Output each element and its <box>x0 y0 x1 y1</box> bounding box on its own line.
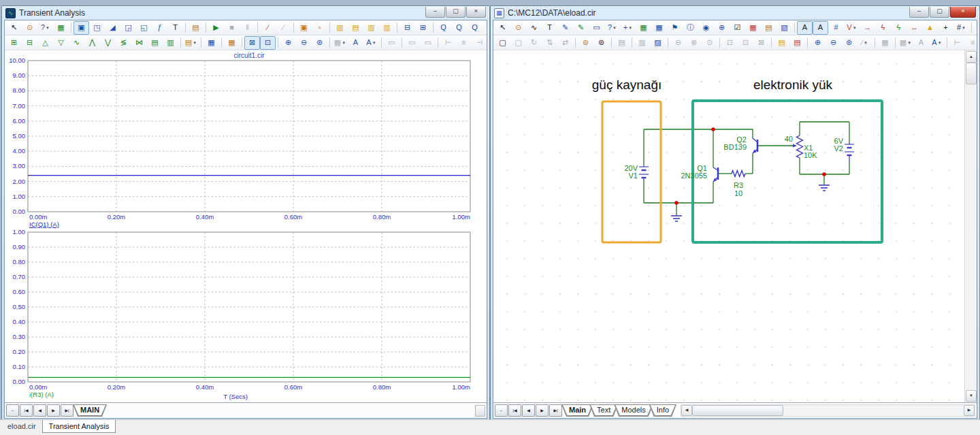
peak-tags-button[interactable]: ⋀ <box>84 36 100 50</box>
transient-plots[interactable]: 0.00m0.20m0.40m0.60m0.80m1.00m10.009.008… <box>5 50 487 402</box>
spreadsheet-button[interactable]: ▦ <box>651 21 667 35</box>
select-region-button[interactable]: ▢ <box>495 36 510 50</box>
cursor-mode-button[interactable]: ◲ <box>120 21 136 35</box>
schematic-canvas[interactable]: 20VV1Q12N3055Q2BD139R31040X110K6VV2güç k… <box>493 50 965 402</box>
maximize-button[interactable]: ▢ <box>930 7 949 18</box>
page-copy-button[interactable]: ▭ <box>384 36 399 50</box>
plot-layout-3-button[interactable]: ▥ <box>363 21 379 35</box>
clipboard-dropdown-icon[interactable]: ▼ <box>193 41 197 45</box>
scroll-right-button[interactable]: ▶ <box>964 405 975 416</box>
page-settings-button[interactable]: ▥ <box>634 36 650 50</box>
prev-page-button[interactable]: ◀ <box>33 404 46 417</box>
more-options-button[interactable]: ⊙ <box>702 36 717 50</box>
watch-button[interactable]: ▦ <box>224 36 240 50</box>
page-tab-text[interactable]: Text <box>589 404 618 417</box>
zoom-region-button[interactable]: Q <box>467 21 483 35</box>
battery-V1[interactable] <box>639 165 649 180</box>
edit-page-button[interactable]: ▨ <box>650 36 666 50</box>
magnify-region-button[interactable]: ⊛ <box>312 36 327 50</box>
transistor-Q2[interactable] <box>753 138 757 153</box>
zoom-select-button[interactable]: ⊛ <box>841 36 857 50</box>
prev-page-button[interactable]: ◀ <box>522 404 535 417</box>
horizontal-scrollbar[interactable]: ◀ ▶ <box>681 404 975 417</box>
align-center-button[interactable]: ≡ <box>456 36 472 50</box>
info-circle-button[interactable]: ⊖ <box>670 36 686 50</box>
split-vertical-button[interactable]: ⊞ <box>415 21 431 35</box>
picture-mode-button[interactable]: ▦ <box>636 21 651 35</box>
horizontal-scroll-thumb[interactable] <box>692 405 783 416</box>
plot-layout-2-button[interactable]: ▤ <box>348 21 363 35</box>
bring-to-front-button[interactable]: ▭ <box>404 36 420 50</box>
zoom-out-button[interactable]: Q <box>451 21 467 35</box>
last-page-button[interactable]: ▶| <box>549 404 562 417</box>
maximize-button[interactable]: ▢ <box>446 7 466 18</box>
scroll-down-button[interactable]: ▼ <box>966 390 977 402</box>
page-tab-info[interactable]: Info <box>649 404 676 417</box>
log-y-button[interactable]: ▽ <box>53 36 69 50</box>
data-tags-button[interactable]: ⋈ <box>131 36 147 50</box>
stamp-button[interactable]: ⊠ <box>753 36 769 50</box>
page-list-button[interactable]: − <box>495 404 508 417</box>
show-currents-button[interactable]: → <box>860 21 875 35</box>
wire-mode-button[interactable]: ✎ <box>557 21 573 35</box>
font-style-dropdown-icon[interactable]: ▼ <box>372 41 376 45</box>
pause-button[interactable]: ‖ <box>240 21 255 35</box>
picture-button[interactable]: ▦ <box>877 36 893 50</box>
font-color-dropdown-icon[interactable]: ▼ <box>938 41 942 45</box>
show-warnings-button[interactable]: ▲ <box>922 21 938 35</box>
align-right-button[interactable]: ⊣ <box>472 36 487 50</box>
show-node-numbers-button[interactable]: # <box>828 21 844 35</box>
scale-mode-button[interactable]: ◢ <box>105 21 120 35</box>
next-page-button[interactable]: ▶ <box>536 404 549 417</box>
font-button[interactable]: A <box>913 36 929 50</box>
numeric-output-button[interactable]: ▦ <box>203 36 219 50</box>
rotate-button[interactable]: ↻ <box>526 36 542 50</box>
text-mode-button[interactable]: T <box>167 21 183 35</box>
plot-canvas[interactable]: 0.00m0.20m0.40m0.60m0.80m1.00m10.009.008… <box>5 50 487 402</box>
grid-snap-button[interactable]: ▦▼ <box>898 36 913 50</box>
grid-snap-dropdown-icon[interactable]: ▼ <box>907 41 911 45</box>
vertical-scrollbar[interactable]: ▲ ▼ <box>964 50 977 402</box>
minimize-button[interactable]: – <box>425 7 445 18</box>
help-mode-button[interactable]: ?▼ <box>604 21 620 35</box>
minimize-button[interactable]: – <box>909 7 929 18</box>
align-left-button[interactable]: ⊢ <box>440 36 456 50</box>
align-left-button[interactable]: ⊢ <box>949 36 965 50</box>
plot-layout-1-button[interactable]: ▥ <box>332 21 348 35</box>
crosshair-button[interactable]: + <box>938 21 953 35</box>
show-attribute-text-button[interactable]: A <box>797 21 813 35</box>
log-x-button[interactable]: △ <box>37 36 53 50</box>
clipboard-button[interactable]: ▤▼ <box>183 36 199 50</box>
taskbar-tab-transient-analysis[interactable]: Transient Analysis <box>42 420 116 433</box>
next-page-button[interactable]: ▶ <box>47 404 60 417</box>
delete-page-button[interactable]: ▤ <box>789 36 805 50</box>
zoom-out-button[interactable]: ⊖ <box>826 36 841 50</box>
clear-region-button[interactable]: ▢ <box>510 36 526 50</box>
show-power-button[interactable]: ϟ <box>875 21 891 35</box>
valley-tags-button[interactable]: ⋁ <box>100 36 116 50</box>
schematic-titlebar[interactable]: ▦ C:\MC12\DATA\eload.cir –▢× <box>491 6 979 20</box>
page-tab-main[interactable]: MAIN <box>73 404 107 417</box>
help-mode-dropdown-icon[interactable]: ▼ <box>46 26 50 30</box>
flip-vertical-button[interactable]: ⇅ <box>542 36 557 50</box>
scroll-up-button[interactable]: ▲ <box>966 51 977 63</box>
stepping-button[interactable]: ∕ <box>260 21 276 35</box>
scroll-left-button[interactable]: ◀ <box>681 405 692 416</box>
copy-picture-button[interactable]: ⊡ <box>738 36 753 50</box>
tokens-button[interactable]: ▫ <box>312 21 327 35</box>
vertical-scroll-thumb[interactable] <box>966 63 977 84</box>
model-file-button[interactable]: ▤ <box>974 21 977 35</box>
show-node-voltages-button[interactable]: V▼ <box>844 21 860 35</box>
slope-tags-button[interactable]: ≶ <box>116 36 131 50</box>
enable-region-button[interactable]: ☑ <box>730 21 745 35</box>
font-color-button[interactable]: A▼ <box>929 36 945 50</box>
wire-diagonal-mode-button[interactable]: ✎ <box>573 21 589 35</box>
horizontal-grids-button[interactable]: ⊞ <box>6 36 22 50</box>
font-style-button[interactable]: A▼ <box>363 36 379 50</box>
curve-list-button[interactable]: ▤ <box>147 36 163 50</box>
bus-mode-button[interactable]: ▭ <box>589 21 604 35</box>
select-box-mode-button[interactable]: ▣ <box>74 21 89 35</box>
zoom-mode-dropdown-icon[interactable]: ▼ <box>864 41 868 45</box>
stop-button[interactable]: ■ <box>224 21 240 35</box>
web-link-button[interactable]: ⊕ <box>714 21 730 35</box>
